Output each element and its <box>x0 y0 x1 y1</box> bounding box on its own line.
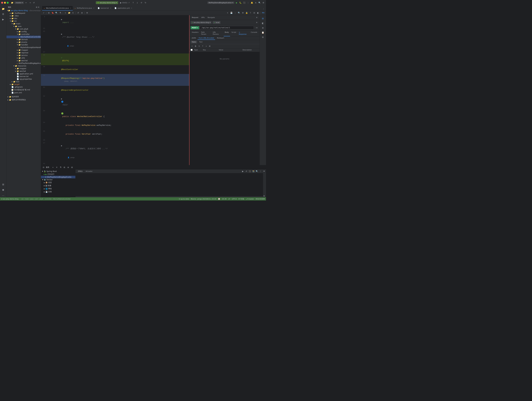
log-refresh-icon[interactable]: ↺ <box>245 170 248 173</box>
stop-icon[interactable]: ⬛ <box>243 1 246 4</box>
svc-filter-icon[interactable]: ⚗ <box>59 166 62 169</box>
path-param-tab[interactable]: Path Param <box>200 31 211 36</box>
tab-wxpay-service[interactable]: ☕ WxPayService.java ✕ <box>73 6 96 10</box>
memory-status[interactable]: 850/3048M <box>256 198 265 200</box>
headers-tab[interactable]: Headers <box>191 31 200 36</box>
docker-networks[interactable]: ▶ 🌐 网络 <box>41 187 75 190</box>
expand-param-icon[interactable]: ⊞ <box>208 45 211 48</box>
tree-src[interactable]: ▼ 📁 src <box>6 20 41 22</box>
app-selector[interactable]: WxPlayDemoBlogApplication ▾ <box>207 1 234 4</box>
branch-status[interactable]: ⎇ master <box>246 198 254 200</box>
tab-banner-txt[interactable]: 📄 banner.txt ✕ <box>96 6 113 10</box>
url-params-tab[interactable]: URL Params <box>212 31 223 36</box>
move-down-icon[interactable]: ↓ <box>205 45 208 48</box>
tree-wechat-controller[interactable]: ☕ WechatNativeController <box>6 36 41 38</box>
close-tab-icon[interactable]: ✕ <box>70 7 71 9</box>
http-settings-icon[interactable]: ⚙ <box>241 11 244 14</box>
tree-reponse[interactable]: ▶ 📁 reponse <box>6 51 41 54</box>
select-all-checkbox[interactable] <box>191 49 193 51</box>
git-diff-icon[interactable]: ⊕ <box>80 11 84 14</box>
docker-group[interactable]: ▼ 🐳 Docker <box>41 178 75 181</box>
sidebar-more-icon[interactable]: … <box>1 193 6 197</box>
tree-root[interactable]: ▼ 📁 wx-play-demo-blog ~/Documents/projec… <box>6 9 41 12</box>
clone-param-icon[interactable]: ⎘ <box>198 45 201 48</box>
scroll-down-icon[interactable]: ▼ <box>264 195 266 197</box>
json-format-tab[interactable]: JSON <box>191 37 197 40</box>
env-close-icon[interactable]: ✕ <box>255 21 258 24</box>
check-icon[interactable]: ✓ <box>42 11 45 14</box>
body-tab[interactable]: Body <box>224 31 230 36</box>
project-tab[interactable]: 🌿 wx-play-demo-blog ▾ <box>96 1 118 4</box>
undo-icon[interactable]: ↺ <box>140 1 143 4</box>
tree-controller[interactable]: ▼ 📁 controller <box>6 33 41 36</box>
add-param-icon[interactable]: + <box>191 45 194 48</box>
tree-utils[interactable]: ▶ 📁 utils <box>6 57 41 59</box>
pull-icon[interactable]: ↓ <box>136 1 139 4</box>
close-tab-icon[interactable]: ✕ <box>131 7 132 9</box>
http-more-icon[interactable]: ⋮ <box>234 11 237 14</box>
add-folder-icon[interactable]: 📁 <box>68 11 71 14</box>
http-sidebar-icon[interactable]: ◧ <box>256 11 260 14</box>
log-run-icon[interactable]: ▶ <box>241 170 244 173</box>
git-rollback-icon[interactable]: ↺ <box>76 11 80 14</box>
script-tab[interactable]: Script <box>230 31 237 36</box>
move-up-icon[interactable]: ↑ <box>201 45 204 48</box>
maximize-button[interactable] <box>7 2 9 4</box>
tree-resources[interactable]: ▼ 📁 resources <box>6 65 41 67</box>
settings-icon[interactable]: ⚙ <box>262 1 265 4</box>
tree-application-yml[interactable]: 📄 application.yml <box>6 73 41 75</box>
docker-images[interactable]: ▶ 🖼 镜像 <box>41 184 75 187</box>
tree-res-wechat[interactable]: ▶ 📁 wechat <box>6 70 41 73</box>
line-col-status[interactable]: 29:38 <box>222 198 227 200</box>
tree-gitignore[interactable]: 📄 .gitignore <box>6 86 41 88</box>
services-collapse-icon[interactable]: ⊟ <box>42 166 45 169</box>
tree-java[interactable]: ▼ 📁 java <box>6 25 41 28</box>
minimize-button[interactable] <box>4 2 6 4</box>
tree-lock-md[interactable]: 📝 lock锁知识扩展.md <box>6 88 41 91</box>
folder-icon[interactable]: 📁 <box>11 1 14 4</box>
blame-status[interactable]: Blame: yangs 2023/6/11, 23:10 <box>191 198 216 200</box>
hr-icon-2[interactable]: ◧ <box>261 21 265 25</box>
tree-wx-app[interactable]: ☕ WxPlayDemoBlogApplication <box>6 62 41 65</box>
running-indicator[interactable]: ▶ ▶ 正在运行 <box>41 173 75 176</box>
log-search-icon[interactable]: 🔍 <box>255 170 258 173</box>
console-log-tab[interactable]: 控制台 <box>77 170 84 173</box>
search-icon[interactable]: 🔍 <box>55 11 58 14</box>
filter-icon[interactable]: ⚗ <box>59 11 62 14</box>
method-selector[interactable]: POST ▾ <box>191 26 199 29</box>
tree-com-yby6[interactable]: ▼ 📁 com.yby6 <box>6 28 41 30</box>
http-request-tab[interactable]: Request <box>191 16 200 19</box>
tree-mybatis-handler[interactable]: ☕ MybatisExceptionHandler <box>6 46 41 49</box>
response-tab[interactable]: > Response <box>238 31 249 36</box>
close-tab-icon[interactable]: ✕ <box>110 7 111 9</box>
tree-wechat[interactable]: ▶ 📁 wechat <box>6 59 41 62</box>
tree-res-mapper[interactable]: ▶ 📁 mapper <box>6 67 41 70</box>
notifications-icon[interactable]: 🔔 <box>250 1 253 4</box>
tree-target[interactable]: ▶ 📁 target <box>6 83 41 86</box>
tree-pom-xml[interactable]: 📄 pom.xml <box>6 91 41 94</box>
svc-import-icon[interactable]: ⊕ <box>67 166 70 169</box>
log-capture-icon[interactable]: 📸 <box>252 170 255 173</box>
encoding-status[interactable]: UTF-8 <box>232 198 236 200</box>
log-scrollbar[interactable] <box>76 196 263 197</box>
wx-app-item[interactable]: ⊙ WxPlayDemoBlogApplicatio <box>41 176 75 178</box>
docker-volumes[interactable]: ▶ 💾 目卷 <box>41 190 75 193</box>
form-urlencoded-tab[interactable]: Form URL-Encoded <box>197 37 215 40</box>
text-body-tab[interactable]: Text <box>198 41 203 43</box>
tree-mapper[interactable]: ▶ 📁 mapper <box>6 49 41 51</box>
structure-icon[interactable]: ⊞ <box>47 11 51 14</box>
tree-config[interactable]: ▶ 📁 config <box>6 30 41 33</box>
add-icon[interactable]: + <box>64 11 67 14</box>
tree-banner-txt[interactable]: 📄 banner.txt <box>6 75 41 78</box>
multipart-tab[interactable]: Multipart <box>216 37 225 40</box>
http-layout-icon[interactable]: ⊟ <box>253 11 256 14</box>
spring-boot-group[interactable]: ▼ 🍃 Spring Boot <box>41 170 75 173</box>
http-search-icon[interactable]: 🔍 <box>237 11 241 14</box>
bookmark-icon[interactable]: 🔖 <box>51 11 54 14</box>
close-tab-icon[interactable]: ✕ <box>93 7 94 9</box>
tree-spy-props[interactable]: 📄 spy.properties <box>6 78 41 80</box>
indent-status[interactable]: 4个空格 <box>238 198 244 200</box>
sidebar-commit-icon[interactable]: ⚙ <box>1 12 6 16</box>
http-save-icon[interactable]: 💾 <box>230 11 233 14</box>
tree-external-libs[interactable]: ▶ 📁 临外部库 <box>6 95 41 98</box>
